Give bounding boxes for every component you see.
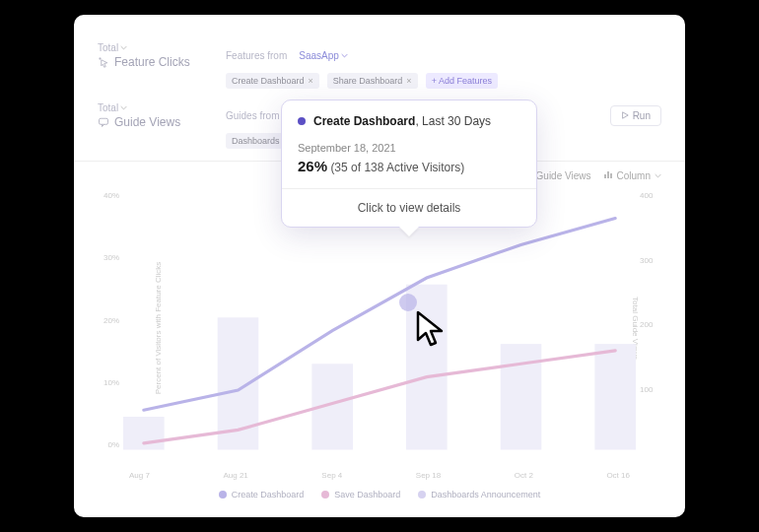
chart-area: Percent of Visitors with Feature Clicks … xyxy=(98,185,661,471)
svg-rect-4 xyxy=(123,417,165,450)
svg-rect-3 xyxy=(610,173,612,178)
plot-canvas[interactable] xyxy=(123,185,636,471)
column-icon xyxy=(603,169,613,181)
feature-clicks-metric: Feature Clicks xyxy=(98,55,216,69)
x-axis: Aug 7Aug 21Sep 4Sep 18Oct 2Oct 16 xyxy=(123,471,636,480)
run-button[interactable]: Run xyxy=(610,105,661,126)
svg-rect-0 xyxy=(100,118,108,124)
analytics-card: Total Feature Clicks Features from SaasA… xyxy=(74,15,685,517)
chevron-down-icon xyxy=(120,104,127,111)
legend-item[interactable]: Save Dashboard xyxy=(321,490,400,499)
legend-item[interactable]: Create Dashboard xyxy=(219,490,305,499)
svg-rect-9 xyxy=(594,344,636,449)
app-select-features[interactable]: SaasApp xyxy=(299,50,348,61)
features-row: Total Feature Clicks Features from SaasA… xyxy=(98,42,661,69)
chip-share-dashboard[interactable]: Share Dashboard× xyxy=(327,73,418,89)
total-dropdown-guides[interactable]: Total xyxy=(98,102,216,113)
y-axis-left: 40%30%20%10%0% xyxy=(98,185,123,471)
cursor-click-icon xyxy=(98,56,109,68)
cursor-pointer-icon xyxy=(414,310,448,354)
feature-chips-row: Create Dashboard× Share Dashboard× + Add… xyxy=(98,73,661,89)
data-point-highlight xyxy=(399,294,417,311)
guide-views-metric: Guide Views xyxy=(98,115,216,129)
svg-rect-8 xyxy=(501,344,542,449)
svg-rect-1 xyxy=(604,174,606,178)
tooltip-dot xyxy=(298,117,306,125)
chevron-down-icon xyxy=(341,52,348,59)
chart-tooltip[interactable]: Create Dashboard, Last 30 Days September… xyxy=(281,100,537,228)
legend-dot xyxy=(219,491,227,499)
guides-from-label: Guides from xyxy=(226,110,279,121)
features-from-label: Features from xyxy=(226,50,287,61)
close-icon[interactable]: × xyxy=(406,76,411,86)
legend-dot xyxy=(418,491,426,499)
chevron-down-icon xyxy=(655,172,661,179)
chart-legend: Create Dashboard Save Dashboard Dashboar… xyxy=(98,490,661,499)
svg-rect-2 xyxy=(607,171,609,178)
legend-item[interactable]: Dashboards Announcement xyxy=(418,490,540,499)
close-icon[interactable]: × xyxy=(309,76,313,86)
chip-create-dashboard[interactable]: Create Dashboard× xyxy=(226,73,319,89)
total-dropdown-features[interactable]: Total xyxy=(98,42,216,53)
legend-dot xyxy=(321,491,329,499)
tooltip-date: September 18, 2021 xyxy=(298,142,520,154)
tooltip-cta[interactable]: Click to view details xyxy=(282,188,536,227)
chevron-down-icon xyxy=(120,44,127,51)
play-icon xyxy=(621,110,629,121)
add-features-button[interactable]: + Add Features xyxy=(426,73,498,89)
chat-icon xyxy=(98,116,109,128)
chart-type-select[interactable]: Column xyxy=(603,169,661,181)
